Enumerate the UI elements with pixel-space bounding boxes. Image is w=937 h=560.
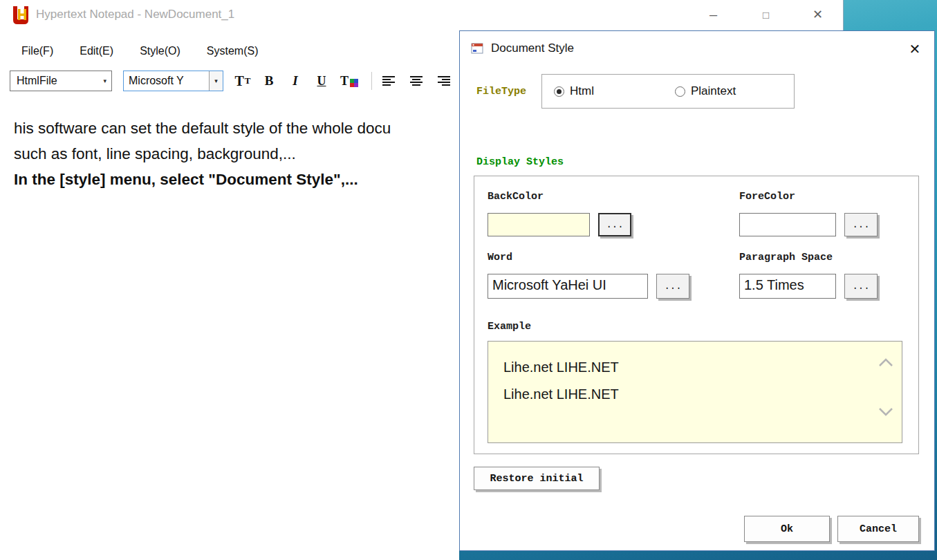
chevron-down-icon: ▾ <box>103 77 106 84</box>
menu-system[interactable]: System(S) <box>194 41 272 62</box>
font-color-icon: T <box>340 74 349 88</box>
radio-button-icon <box>554 86 564 97</box>
backcolor-label: BackColor <box>488 191 544 203</box>
italic-button[interactable]: I <box>284 71 306 91</box>
display-styles-groupbox: BackColor ... ForeColor ... Word Microso… <box>474 176 919 454</box>
word-browse-button[interactable]: ... <box>656 274 689 299</box>
title-bar: Hypertext Notepad - NewDocument_1 – □ ✕ <box>0 0 843 30</box>
example-line: Lihe.net LIHE.NET <box>503 354 902 381</box>
align-right-button[interactable] <box>433 71 455 91</box>
word-font-field[interactable]: Microsoft YaHei UI <box>488 274 648 299</box>
font-combo[interactable]: Microsoft Y ▾ <box>123 71 223 91</box>
filetype-label: FileType <box>476 86 526 97</box>
maximize-button[interactable]: □ <box>750 0 782 29</box>
dialog-close-icon[interactable]: ✕ <box>904 38 926 60</box>
example-label: Example <box>488 321 531 333</box>
radio-button-icon <box>675 86 685 97</box>
scroll-down-icon[interactable] <box>877 407 895 420</box>
font-size-icon: T <box>234 73 243 89</box>
forecolor-label: ForeColor <box>739 191 795 203</box>
form-icon <box>470 41 484 58</box>
close-button[interactable]: ✕ <box>801 0 834 29</box>
ok-button[interactable]: Ok <box>744 516 830 542</box>
example-preview-box: Lihe.net LIHE.NET Lihe.net LIHE.NET <box>488 341 902 443</box>
paragraph-space-label: Paragraph Space <box>739 252 833 263</box>
bold-button[interactable]: B <box>258 71 280 91</box>
align-right-icon <box>436 75 452 87</box>
align-center-icon <box>409 75 424 87</box>
menu-edit[interactable]: Edit(E) <box>66 41 127 62</box>
example-line: Lihe.net LIHE.NET <box>503 381 902 408</box>
font-size-button[interactable]: T T <box>232 71 254 91</box>
backcolor-field[interactable] <box>488 213 590 236</box>
scroll-up-icon[interactable] <box>877 357 895 371</box>
paragraph-space-browse-button[interactable]: ... <box>844 274 878 299</box>
chevron-down-icon[interactable]: ▾ <box>209 71 223 91</box>
dialog-title: Document Style <box>491 41 574 55</box>
underline-button[interactable]: U <box>310 71 333 91</box>
window-title: Hypertext Notepad - NewDocument_1 <box>36 8 234 21</box>
app-logo-icon <box>11 6 30 25</box>
color-grid-icon <box>350 79 358 87</box>
filetype-combo-value: HtmlFile <box>10 75 57 87</box>
document-style-dialog: Document Style ✕ FileType Html Plaintext… <box>459 30 935 551</box>
align-left-button[interactable] <box>378 71 400 91</box>
menu-file[interactable]: File(F) <box>8 41 66 62</box>
restore-initial-button[interactable]: Restore initial <box>474 467 600 490</box>
filetype-combo[interactable]: HtmlFile ▾ <box>10 71 112 91</box>
font-color-button[interactable]: T <box>337 71 362 91</box>
display-styles-label: Display Styles <box>476 156 564 168</box>
word-label: Word <box>488 252 512 263</box>
desktop-background <box>459 551 937 560</box>
radio-html[interactable]: Html <box>554 84 594 98</box>
cancel-button[interactable]: Cancel <box>837 516 919 542</box>
forecolor-field[interactable] <box>739 213 836 236</box>
menu-bar: File(F) Edit(E) Style(O) System(S) <box>0 39 271 64</box>
forecolor-browse-button[interactable]: ... <box>844 213 878 236</box>
toolbar-separator <box>371 72 372 90</box>
align-center-button[interactable] <box>405 71 427 91</box>
backcolor-browse-button[interactable]: ... <box>598 213 631 236</box>
align-left-icon <box>381 75 396 87</box>
minimize-button[interactable]: – <box>697 0 730 35</box>
menu-style[interactable]: Style(O) <box>127 41 194 62</box>
font-combo-value: Microsoft Y <box>124 75 207 87</box>
radio-plaintext[interactable]: Plaintext <box>675 84 736 98</box>
paragraph-space-field[interactable]: 1.5 Times <box>739 274 836 299</box>
